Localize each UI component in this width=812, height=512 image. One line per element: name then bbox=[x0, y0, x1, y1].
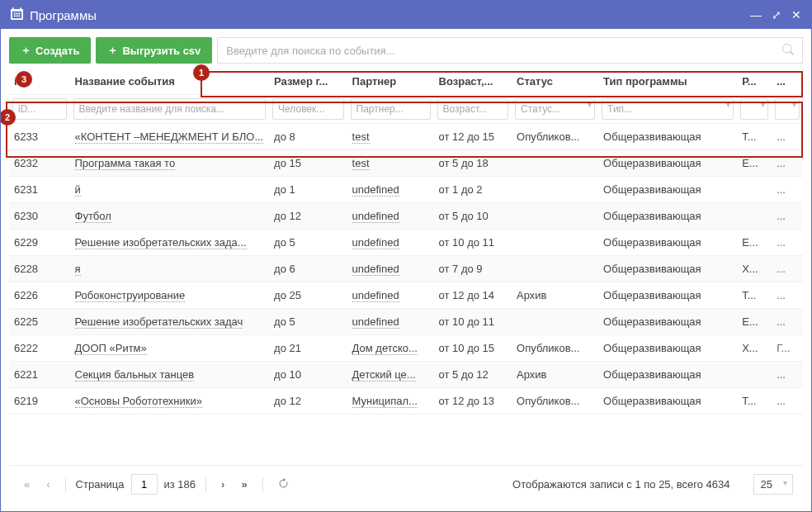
cell-name[interactable]: й bbox=[70, 177, 270, 203]
cell-partner[interactable]: test bbox=[347, 150, 434, 177]
table-row[interactable]: 6226Робоконструированиедо 25undefinedот … bbox=[9, 282, 803, 309]
cell-partner[interactable]: Детский це... bbox=[347, 362, 434, 388]
prev-page-icon[interactable]: ‹ bbox=[41, 475, 54, 494]
next-page-icon[interactable]: › bbox=[216, 475, 229, 494]
row-more-icon[interactable]: ... bbox=[772, 124, 803, 150]
cell-id: 6230 bbox=[9, 203, 70, 230]
table-row[interactable]: 6230Футболдо 12undefinedот 5 до 10Общера… bbox=[9, 203, 803, 230]
page-size-select[interactable]: 25 bbox=[753, 474, 793, 495]
cell-size: до 10 bbox=[269, 362, 347, 388]
minimize-icon[interactable]: — bbox=[750, 8, 762, 21]
cell-type: Общеразвивающая bbox=[598, 150, 737, 177]
table-row[interactable]: 6225Решение изобретательских задачдо 5un… bbox=[9, 309, 803, 335]
row-more-icon[interactable]: ... bbox=[772, 177, 803, 203]
cell-partner[interactable]: Дом детско... bbox=[347, 335, 434, 362]
cell-r bbox=[737, 203, 772, 230]
filter-partner[interactable] bbox=[351, 98, 431, 120]
table-row[interactable]: 6231йдо 1undefinedот 1 до 2Общеразвивающ… bbox=[9, 177, 803, 203]
cell-r: Т... bbox=[737, 124, 772, 150]
row-more-icon[interactable]: Г... bbox=[772, 335, 803, 362]
refresh-icon[interactable] bbox=[273, 475, 294, 495]
cell-partner[interactable]: undefined bbox=[347, 203, 434, 230]
cell-partner[interactable]: undefined bbox=[347, 309, 434, 335]
table-row[interactable]: 6219«Основы Робототехники»до 12Муниципал… bbox=[9, 388, 803, 415]
cell-status bbox=[512, 309, 598, 335]
cell-r bbox=[737, 177, 772, 203]
cell-partner[interactable]: undefined bbox=[347, 230, 434, 256]
cell-partner[interactable]: undefined bbox=[347, 256, 434, 282]
cell-name[interactable]: Секция бальных танцев bbox=[70, 362, 270, 388]
col-more[interactable]: ... bbox=[772, 69, 803, 95]
filter-age[interactable] bbox=[437, 98, 509, 120]
plus-icon: ＋ bbox=[21, 43, 31, 58]
cell-partner[interactable]: Муниципал... bbox=[347, 388, 434, 415]
cell-age: от 10 до 15 bbox=[434, 335, 512, 362]
maximize-icon[interactable]: ⤢ bbox=[772, 8, 781, 21]
first-page-icon[interactable]: « bbox=[19, 475, 35, 494]
header-row: iD Название события Размер г... Партнер … bbox=[9, 69, 803, 95]
cell-type: Общеразвивающая bbox=[598, 203, 737, 230]
filter-name[interactable] bbox=[73, 98, 267, 120]
cell-name[interactable]: ДООП «Ритм» bbox=[70, 335, 270, 362]
cell-name[interactable]: Решение изобретательских задач bbox=[70, 309, 270, 335]
cell-name[interactable]: Футбол bbox=[70, 203, 270, 230]
cell-id: 6221 bbox=[9, 362, 70, 388]
filter-r[interactable] bbox=[740, 98, 768, 120]
filter-more[interactable] bbox=[775, 98, 800, 120]
cell-r bbox=[737, 362, 772, 388]
cell-status bbox=[512, 256, 598, 282]
cell-name[interactable]: «Основы Робототехники» bbox=[70, 388, 270, 415]
filter-id[interactable] bbox=[12, 98, 67, 120]
cell-partner[interactable]: test bbox=[347, 124, 434, 150]
last-page-icon[interactable]: » bbox=[236, 475, 252, 494]
cell-name[interactable]: Робоконструирование bbox=[70, 282, 270, 309]
search-icon[interactable] bbox=[782, 44, 794, 58]
table-row[interactable]: 6222ДООП «Ритм»до 21Дом детско...от 10 д… bbox=[9, 335, 803, 362]
col-name[interactable]: Название события bbox=[70, 69, 270, 95]
cell-name[interactable]: я bbox=[70, 256, 270, 282]
cell-size: до 12 bbox=[269, 203, 347, 230]
filter-type[interactable] bbox=[602, 98, 734, 120]
cell-name[interactable]: Программа такая то bbox=[70, 150, 270, 177]
cell-r: Т... bbox=[737, 282, 772, 309]
row-more-icon[interactable]: ... bbox=[772, 203, 803, 230]
col-age[interactable]: Возраст,... bbox=[434, 69, 512, 95]
create-button[interactable]: ＋ Создать bbox=[9, 37, 91, 64]
row-more-icon[interactable]: ... bbox=[772, 309, 803, 335]
cell-id: 6228 bbox=[9, 256, 70, 282]
col-size[interactable]: Размер г... bbox=[269, 69, 347, 95]
row-more-icon[interactable]: ... bbox=[772, 362, 803, 388]
col-r[interactable]: Р... bbox=[737, 69, 772, 95]
row-more-icon[interactable]: ... bbox=[772, 150, 803, 177]
search-input-wrap[interactable] bbox=[217, 37, 803, 64]
filter-size[interactable] bbox=[272, 98, 344, 120]
page-input[interactable] bbox=[131, 474, 158, 495]
cell-partner[interactable]: undefined bbox=[347, 177, 434, 203]
cell-type: Общеразвивающая bbox=[598, 124, 737, 150]
row-more-icon[interactable]: ... bbox=[772, 282, 803, 309]
titlebar: Программы — ⤢ ✕ bbox=[1, 1, 811, 29]
cell-name[interactable]: «КОНТЕНТ –МЕНЕДЖМЕНТ И БЛО... bbox=[70, 124, 270, 150]
search-input[interactable] bbox=[226, 39, 782, 63]
row-more-icon[interactable]: ... bbox=[772, 388, 803, 415]
table-row[interactable]: 6233«КОНТЕНТ –МЕНЕДЖМЕНТ И БЛО...до 8tes… bbox=[9, 124, 803, 150]
close-icon[interactable]: ✕ bbox=[791, 8, 801, 21]
cell-id: 6231 bbox=[9, 177, 70, 203]
col-type[interactable]: Тип программы bbox=[598, 69, 737, 95]
table-row[interactable]: 6221Секция бальных танцевдо 10Детский це… bbox=[9, 362, 803, 388]
row-more-icon[interactable]: ... bbox=[772, 230, 803, 256]
table-row[interactable]: 6229Решение изобретательских зада...до 5… bbox=[9, 230, 803, 256]
col-partner[interactable]: Партнер bbox=[347, 69, 434, 95]
table-row[interactable]: 6228ядо 6undefinedот 7 до 9Общеразвивающ… bbox=[9, 256, 803, 282]
callout-3: 3 bbox=[16, 71, 32, 88]
table-row[interactable]: 6232Программа такая тодо 15testот 5 до 1… bbox=[9, 150, 803, 177]
window-title: Программы bbox=[30, 8, 750, 22]
filter-status[interactable] bbox=[515, 98, 595, 120]
row-more-icon[interactable]: ... bbox=[772, 256, 803, 282]
cell-partner[interactable]: undefined bbox=[347, 282, 434, 309]
cell-name[interactable]: Решение изобретательских зада... bbox=[70, 230, 270, 256]
col-status[interactable]: Статус bbox=[512, 69, 598, 95]
export-csv-button[interactable]: ＋ Выгрузить csv bbox=[96, 37, 212, 64]
cell-status bbox=[512, 177, 598, 203]
cell-type: Общеразвивающая bbox=[598, 335, 737, 362]
